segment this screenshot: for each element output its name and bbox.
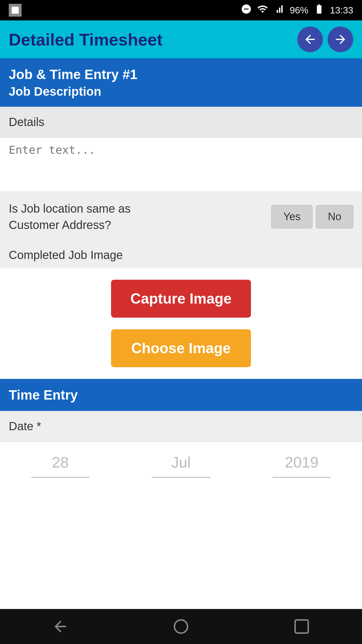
month-picker-line — [152, 477, 210, 478]
photo-icon — [9, 4, 22, 17]
day-value[interactable]: 28 — [52, 454, 69, 471]
yes-no-group: Yes No — [271, 205, 353, 228]
battery-icon — [314, 4, 325, 17]
day-picker-line — [31, 477, 89, 478]
app-bar-buttons — [297, 27, 353, 52]
yes-button[interactable]: Yes — [271, 205, 312, 228]
completed-image-label: Completed Job Image — [9, 249, 123, 261]
svg-rect-1 — [295, 620, 308, 633]
time-section-header: Time Entry — [0, 379, 362, 411]
time-entry-title: Time Entry — [9, 387, 353, 403]
battery-percent: 96% — [290, 5, 308, 16]
details-row: Details — [0, 107, 362, 138]
month-value[interactable]: Jul — [171, 454, 191, 471]
back-button[interactable] — [297, 27, 323, 52]
date-label: Date * — [9, 420, 41, 433]
text-input-area[interactable] — [0, 138, 362, 192]
date-picker[interactable]: 28 Jul 2019 — [0, 442, 362, 489]
forward-button[interactable] — [328, 27, 353, 52]
no-button[interactable]: No — [316, 205, 353, 228]
app-bar: Detailed Timesheet — [0, 20, 362, 58]
completed-image-row: Completed Job Image — [0, 242, 362, 268]
app-title: Detailed Timesheet — [9, 30, 163, 49]
home-nav-button[interactable] — [172, 618, 190, 635]
day-picker-column[interactable]: 28 — [0, 454, 121, 481]
status-bar: 96% 13:33 — [0, 0, 362, 20]
image-buttons: Capture Image Choose Image — [0, 268, 362, 379]
year-picker-column[interactable]: 2019 — [241, 454, 362, 481]
back-nav-button[interactable] — [52, 618, 69, 635]
time-display: 13:33 — [330, 5, 353, 16]
svg-point-0 — [175, 620, 188, 633]
main-content: Job & Time Entry #1 Job Description Deta… — [0, 58, 362, 609]
year-picker-line — [273, 477, 331, 478]
date-row: Date * — [0, 411, 362, 442]
choose-image-button[interactable]: Choose Image — [111, 329, 251, 367]
capture-image-button[interactable]: Capture Image — [111, 280, 251, 318]
recents-nav-button[interactable] — [293, 618, 310, 635]
details-label: Details — [9, 116, 44, 128]
location-question-text: Is Job location same as Customer Address… — [9, 200, 184, 233]
job-description-subtitle: Job Description — [9, 85, 353, 99]
status-bar-left — [9, 4, 22, 17]
do-not-disturb-icon — [241, 4, 252, 17]
job-entry-title: Job & Time Entry #1 — [9, 66, 353, 82]
job-section-header: Job & Time Entry #1 Job Description — [0, 58, 362, 107]
wifi-icon — [257, 4, 268, 17]
location-row: Is Job location same as Customer Address… — [0, 192, 362, 242]
month-picker-column[interactable]: Jul — [121, 454, 241, 481]
description-input[interactable] — [9, 144, 353, 184]
bottom-nav — [0, 609, 362, 644]
year-value[interactable]: 2019 — [285, 454, 319, 471]
status-bar-right: 96% 13:33 — [241, 4, 353, 17]
signal-icon — [273, 4, 284, 17]
